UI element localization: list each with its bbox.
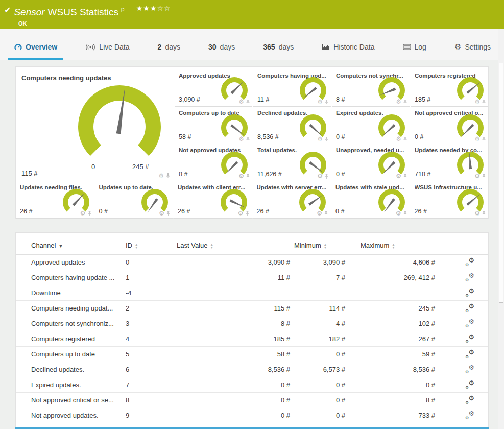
channel-name[interactable]: Computers up to date [31,350,95,358]
gauge-value: 710 # [415,171,430,178]
gauge-pin-icon[interactable] [246,174,250,179]
channel-settings-icon[interactable]: ⚙⚙ [465,349,474,358]
table-row: Not approved critical or se... 8 0 # 0 #… [16,392,488,408]
gauge-pin-icon[interactable] [403,174,407,179]
gauge-settings-gear-icon[interactable]: ⚙ [474,99,480,105]
gauge-value: 0 # [99,208,108,215]
gauge-pin-icon[interactable] [482,99,486,105]
gauge-pin-icon[interactable] [246,99,250,105]
tab-overview[interactable]: Overview [8,29,63,60]
channel-settings-icon[interactable]: ⚙⚙ [465,303,474,312]
gauge-settings-gear-icon[interactable]: ⚙ [396,173,401,179]
channel-name[interactable]: Not approved updates. [31,412,99,419]
gauge-pin-icon[interactable] [482,211,486,217]
gauge-settings-gear-icon[interactable]: ⚙ [474,210,480,217]
gauge-settings-gear-icon[interactable]: ⚙ [238,173,244,179]
log-icon [403,44,411,50]
gauge-settings-gear-icon[interactable]: ⚙ [396,136,401,142]
gauge-settings-gear-icon[interactable]: ⚙ [317,136,323,142]
channel-settings-icon[interactable]: ⚙⚙ [465,288,474,296]
channel-name[interactable]: Computers registered [31,335,95,343]
channel-maximum: 245 # [361,300,451,316]
channel-name[interactable]: Computers needing updat... [31,304,113,312]
tab-30-days[interactable]: 30 days [202,29,241,60]
gauge-settings-gear-icon[interactable]: ⚙ [80,210,86,217]
gauge-tile: Declined updates. 8,536 # ⚙ [253,107,331,144]
channel-name[interactable]: Computers not synchroniz... [31,320,114,327]
bottom-gauges-row: Updates needing files. 26 # ⚙ Updates up… [16,181,488,219]
gauge-settings-gear-icon[interactable]: ⚙ [317,99,323,105]
channel-name[interactable]: Expired updates. [31,381,81,389]
gauge-pin-icon[interactable] [403,99,407,105]
gauge-pin-icon[interactable] [482,174,486,179]
gauge-settings-gear-icon[interactable]: ⚙ [317,173,323,179]
channel-name[interactable]: Downtime [31,289,61,297]
gauge-pin-icon[interactable] [324,211,328,217]
gauge-settings-gear-icon[interactable]: ⚙ [158,173,164,179]
gauge-pin-icon[interactable] [403,136,407,142]
column-header-channel[interactable]: Channel▼ [16,237,126,254]
channel-settings-icon[interactable]: ⚙⚙ [465,411,474,419]
gauge-pin-icon[interactable] [166,211,171,217]
main-gauge-chart [16,80,174,174]
channel-settings-icon[interactable]: ⚙⚙ [465,334,474,342]
gauge-pin-icon[interactable] [482,136,486,142]
tab-log[interactable]: Log [397,29,433,60]
channel-settings-icon[interactable]: ⚙⚙ [465,365,474,373]
column-header-minimum[interactable]: Minimum▲▼ [294,237,361,254]
channel-last-value: 8,536 # [177,362,294,377]
gauge-pin-icon[interactable] [246,136,250,142]
gauge-settings-gear-icon[interactable]: ⚙ [238,99,244,105]
channel-last-value: 11 # [177,270,294,285]
tab-settings[interactable]: ⚙ Settings [448,29,497,60]
channel-name[interactable]: Approved updates [31,258,85,266]
gauge-settings-gear-icon[interactable]: ⚙ [238,136,244,142]
gauge-settings-gear-icon[interactable]: ⚙ [159,210,164,217]
channel-maximum: 0 # [361,377,451,392]
gauge-settings-gear-icon[interactable]: ⚙ [396,99,401,105]
vertical-scrollbar[interactable] [498,29,504,429]
gauge-pin-icon[interactable] [403,211,407,217]
column-header-id[interactable]: ID▲▼ [126,237,177,254]
gauge-settings-gear-icon[interactable]: ⚙ [317,210,322,217]
gauge-tile: Updates needing files. 26 # ⚙ [16,181,94,219]
sort-desc-icon: ▼ [58,244,63,249]
gauge-settings-gear-icon[interactable]: ⚙ [474,136,480,142]
gauge-value: 0 # [336,171,345,178]
tab-2-days[interactable]: 2 days [152,29,186,60]
gauge-pin-icon[interactable] [165,173,171,179]
channel-maximum: 8 # [361,392,451,408]
channel-settings-icon[interactable]: ⚙⚙ [465,257,474,266]
table-row: Computers up to date 5 58 # 0 # 59 # ⚙⚙ [16,346,488,362]
tab-historic-data[interactable]: Historic Data [316,29,380,60]
channel-settings-icon[interactable]: ⚙⚙ [465,380,474,388]
channel-settings-icon[interactable]: ⚙⚙ [465,273,474,281]
column-header-last-value[interactable]: Last Value▲▼ [177,237,294,254]
gauge-settings-gear-icon[interactable]: ⚙ [238,210,244,217]
gauge-pin-icon[interactable] [324,174,329,179]
tab-365-days[interactable]: 365 days [257,29,300,60]
gauge-tile: Updates with server err... 26 # ⚙ [253,181,331,219]
scrollbar-thumb[interactable] [499,63,503,303]
tab-live-data[interactable]: Live Data [79,29,135,60]
gauge-pin-icon[interactable] [324,99,329,105]
gauge-settings-gear-icon[interactable]: ⚙ [474,173,480,179]
channel-settings-icon[interactable]: ⚙⚙ [465,319,474,327]
channel-name[interactable]: Computers having update ... [31,274,114,281]
channel-name[interactable]: Declined updates. [31,366,84,373]
table-header-row: Channel▼ ID▲▼ Last Value▲▼ Minimum▲▼ Max… [16,237,488,254]
main-gauge-tile: Computers needing updates 0 245 # 115 # … [16,69,174,181]
priority-stars[interactable]: ★★★☆☆ [136,4,171,12]
gauge-pin-icon[interactable] [324,136,329,142]
gauge-settings-gear-icon[interactable]: ⚙ [396,210,401,217]
gauge-value: 3,090 # [179,96,200,103]
channel-settings-icon[interactable]: ⚙⚙ [465,395,474,403]
channel-name[interactable]: Not approved critical or se... [31,396,114,404]
gauge-pin-icon[interactable] [87,211,92,217]
column-header-maximum[interactable]: Maximum▲▼ [361,237,451,254]
tab-settings-label: Settings [465,43,491,51]
flag-icon[interactable]: ⚐ [120,7,125,13]
gauge-pin-icon[interactable] [245,211,250,217]
gauge-tile: WSUS infrastructure u... 26 # ⚙ [411,181,489,219]
table-row: Expired updates. 7 0 # 0 # 0 # ⚙⚙ [16,377,488,392]
